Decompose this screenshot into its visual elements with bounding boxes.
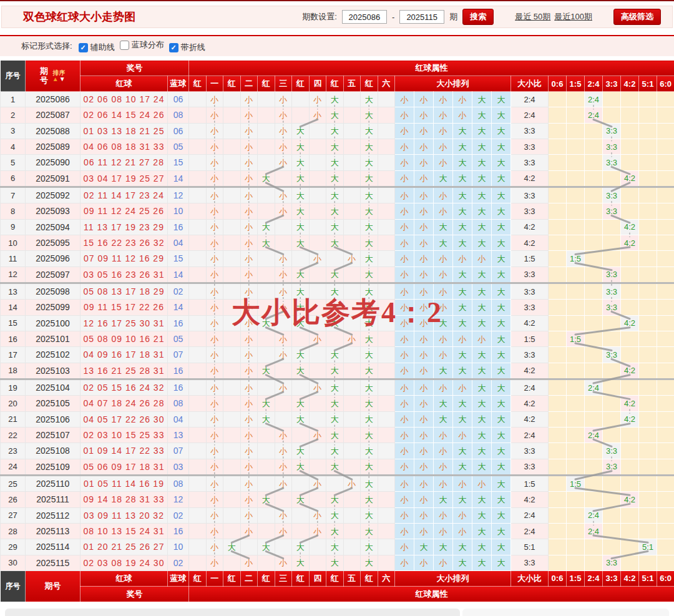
size-mark: 大 bbox=[262, 543, 270, 551]
ball-mark-cell: 大 bbox=[326, 139, 344, 154]
ball-mark-cell bbox=[223, 266, 241, 283]
period-from-input[interactable] bbox=[342, 10, 387, 24]
checkbox-checked-icon[interactable]: ✓ bbox=[79, 43, 88, 52]
arrange-cell: 大 bbox=[472, 555, 492, 570]
arrange-cell: 大 bbox=[453, 203, 472, 219]
ratio-col-cell bbox=[603, 411, 621, 427]
checkbox-checked-icon[interactable]: ✓ bbox=[169, 43, 178, 52]
recent-100-link[interactable]: 最近100期 bbox=[554, 11, 592, 22]
ball-mark-cell bbox=[343, 92, 361, 107]
size-mark: 大 bbox=[331, 431, 339, 439]
size-mark: 大 bbox=[365, 496, 373, 504]
ball-mark-cell bbox=[378, 347, 395, 363]
ball-mark-cell: 大 bbox=[361, 427, 378, 442]
sort-desc-icon[interactable]: ▼ bbox=[59, 76, 66, 82]
ball-mark-cell: 小 bbox=[309, 107, 326, 123]
arrange-mark: 小 bbox=[401, 207, 409, 215]
ball-mark-cell: 小 bbox=[309, 475, 326, 491]
ball-mark-cell: 小 bbox=[309, 251, 326, 266]
ball-mark-cell: 大 bbox=[292, 555, 310, 570]
ratio-col-cell: 2:4 bbox=[585, 523, 603, 539]
sort-asc-icon[interactable]: ▲ bbox=[52, 76, 59, 82]
ratio-col-cell bbox=[639, 251, 657, 266]
arrange-mark: 小 bbox=[401, 496, 409, 504]
ratio-mark: 3:3 bbox=[606, 287, 617, 296]
row-period: 2025087 bbox=[26, 107, 81, 123]
size-mark: 小 bbox=[245, 207, 253, 215]
ball-mark-cell bbox=[378, 170, 395, 187]
arrange-mark: 小 bbox=[401, 511, 409, 519]
checkbox-unchecked-icon[interactable] bbox=[120, 41, 129, 50]
ball-mark-cell bbox=[275, 411, 292, 427]
recent-50-link[interactable]: 最近 50期 bbox=[515, 11, 550, 22]
advanced-filter-button[interactable]: 高级筛选 bbox=[613, 9, 661, 25]
arrange-cell: 小 bbox=[453, 427, 472, 442]
footer-ball-col-header: 六 bbox=[378, 570, 395, 586]
arrange-cell: 小 bbox=[414, 331, 434, 346]
arrange-cell: 小 bbox=[414, 507, 434, 523]
ratio-value: 4:2 bbox=[511, 363, 549, 379]
ratio-col-cell bbox=[549, 427, 567, 442]
ratio-mark: 1:5 bbox=[570, 479, 581, 489]
table-row: 11202509607 09 11 12 16 2915小小小小小大小小小小小大… bbox=[1, 251, 674, 266]
ratio-col-cell bbox=[549, 443, 567, 459]
ratio-mark: 3:3 bbox=[606, 462, 617, 471]
ball-mark-cell: 小 bbox=[275, 475, 292, 491]
ratio-col-cell bbox=[639, 123, 657, 139]
ratio-col-cell bbox=[639, 219, 657, 235]
arrange-cell: 大 bbox=[492, 555, 511, 570]
arrange-cell: 大 bbox=[453, 347, 472, 363]
size-mark: 小 bbox=[245, 399, 253, 408]
ball-mark-cell bbox=[223, 523, 241, 539]
search-button[interactable]: 搜索 bbox=[462, 9, 494, 25]
footer-blue-header: 蓝球 bbox=[168, 570, 189, 586]
arrange-cell: 大 bbox=[492, 92, 511, 107]
red-balls-value: 12 16 17 25 30 31 bbox=[81, 315, 168, 331]
ball-mark-cell bbox=[309, 266, 326, 283]
arrange-cell: 小 bbox=[395, 555, 414, 570]
ball-mark-cell: 小 bbox=[206, 507, 223, 523]
ratio-col-cell bbox=[567, 123, 585, 139]
period-to-input[interactable] bbox=[399, 10, 444, 24]
size-mark: 大 bbox=[331, 174, 339, 182]
ball-mark-cell: 大 bbox=[292, 219, 310, 235]
ratio-col-cell bbox=[639, 427, 657, 442]
arrange-cell: 大 bbox=[472, 300, 492, 315]
arrange-cell: 小 bbox=[395, 187, 414, 203]
arrange-cell: 大 bbox=[453, 187, 472, 203]
table-row: 10202509515 16 22 23 26 3204小小大大大大小小大大大大… bbox=[1, 235, 674, 250]
ratio-col-cell bbox=[639, 170, 657, 187]
ratio-col-cell bbox=[603, 235, 621, 250]
arrange-cell: 小 bbox=[434, 523, 453, 539]
size-mark: 小 bbox=[210, 239, 218, 247]
ratio-col-cell bbox=[567, 379, 585, 395]
ball-mark-cell: 大 bbox=[292, 170, 310, 187]
ball-mark-cell bbox=[378, 155, 395, 170]
arrange-mark: 小 bbox=[420, 462, 428, 471]
ratio-col-cell bbox=[549, 411, 567, 427]
ratio-col-cell bbox=[657, 396, 674, 411]
arrange-cell: 小 bbox=[395, 539, 414, 555]
ratio-col-cell bbox=[585, 266, 603, 283]
size-mark: 大 bbox=[331, 384, 339, 392]
row-seq: 16 bbox=[1, 331, 26, 346]
table-row: 16202510105 08 09 10 16 2105小小小小小大小小小小小大… bbox=[1, 331, 674, 346]
arrange-mark: 小 bbox=[478, 335, 486, 343]
footer-ratio-col-header: 2:4 bbox=[585, 570, 603, 586]
ball-mark-cell: 小 bbox=[240, 251, 258, 266]
ratio-value: 1:5 bbox=[511, 475, 549, 491]
ratio-mark: 3:3 bbox=[606, 270, 617, 279]
ratio-col-cell bbox=[603, 379, 621, 395]
arrange-cell: 小 bbox=[414, 492, 434, 507]
ball-mark-cell bbox=[292, 475, 310, 491]
ball-mark-cell: 小 bbox=[275, 139, 292, 154]
arrange-mark: 小 bbox=[401, 111, 409, 119]
size-mark: 小 bbox=[245, 111, 253, 119]
ball-mark-cell: 小 bbox=[206, 523, 223, 539]
ball-col-header: 三 bbox=[275, 76, 292, 92]
ball-mark-cell bbox=[309, 203, 326, 219]
ball-mark-cell bbox=[189, 283, 207, 299]
ball-mark-cell bbox=[343, 396, 361, 411]
ball-mark-cell bbox=[189, 170, 207, 187]
arrange-mark: 大 bbox=[459, 415, 467, 423]
